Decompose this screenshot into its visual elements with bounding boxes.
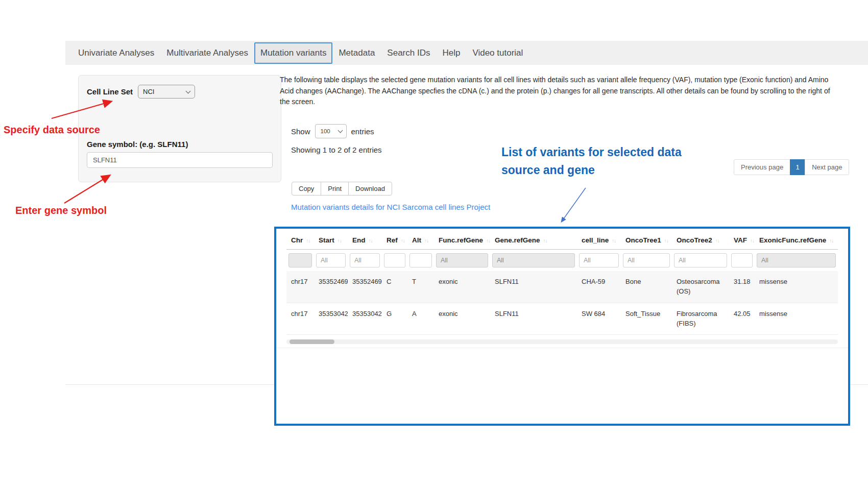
column-header-ref[interactable]: Ref↑↓ xyxy=(382,229,407,250)
sort-icon: ↑↓ xyxy=(543,238,547,243)
sort-icon: ↑↓ xyxy=(486,238,490,243)
gene-symbol-label: Gene symbol: (e.g. SLFN11) xyxy=(87,140,188,149)
filter-select-chr[interactable] xyxy=(288,253,312,267)
column-label: Gene.refGene xyxy=(495,236,540,244)
page-length-select[interactable]: 100 xyxy=(315,124,347,138)
annotation-list-of-variants: List of variants for selected data sourc… xyxy=(501,143,706,179)
filter-input-cell-line[interactable] xyxy=(579,253,619,267)
table-cell: exonic xyxy=(434,271,490,303)
export-button-group: Copy Print Download xyxy=(292,182,392,196)
tab-metadata[interactable]: Metadata xyxy=(332,42,381,64)
previous-page-button[interactable]: Previous page xyxy=(734,159,790,175)
filter-input-ref[interactable] xyxy=(384,253,405,267)
column-header-exonicfunc-refgene[interactable]: ExonicFunc.refGene↑↓ xyxy=(755,229,838,250)
showing-entries-info: Showing 1 to 2 of 2 entries xyxy=(291,145,382,154)
current-page-button[interactable]: 1 xyxy=(790,159,805,175)
table-cell: 35352469 xyxy=(314,271,348,303)
variants-table-panel: Chr↑↓ Start↑↓ End↑↓ Ref↑↓ Alt↑↓ Func.ref… xyxy=(274,227,850,426)
column-label: OncoTree1 xyxy=(625,236,661,244)
red-arrow-to-gene-input xyxy=(60,172,115,207)
column-header-func-refgene[interactable]: Func.refGene↑↓ xyxy=(434,229,490,250)
filter-input-oncotree1[interactable] xyxy=(623,253,670,267)
filter-input-start[interactable] xyxy=(316,253,346,267)
print-button[interactable]: Print xyxy=(321,182,349,196)
page: Univariate Analyses Multivariate Analyse… xyxy=(0,0,868,488)
table-cell: 35352469 xyxy=(348,271,382,303)
show-entries-control: Show 100 entries xyxy=(291,124,374,138)
header-row: Chr↑↓ Start↑↓ End↑↓ Ref↑↓ Alt↑↓ Func.ref… xyxy=(286,229,838,250)
cell-line-set-select[interactable]: NCI xyxy=(138,85,195,99)
column-header-cell-line[interactable]: cell_line↑↓ xyxy=(577,229,621,250)
column-header-vaf[interactable]: VAF↑↓ xyxy=(729,229,755,250)
next-page-button[interactable]: Next page xyxy=(805,159,849,175)
column-header-gene-refgene[interactable]: Gene.refGene↑↓ xyxy=(490,229,577,250)
tab-search-ids[interactable]: Search IDs xyxy=(381,42,436,64)
page-length-value: 100 xyxy=(321,128,330,134)
sort-icon: ↑↓ xyxy=(664,238,668,243)
filter-row: All All All xyxy=(286,250,838,272)
tab-mutation-variants[interactable]: Mutation variants xyxy=(254,42,332,64)
gene-symbol-input[interactable] xyxy=(87,152,273,168)
show-label: Show xyxy=(291,127,310,136)
tab-univariate-analyses[interactable]: Univariate Analyses xyxy=(72,42,160,64)
filter-select-func-refgene[interactable]: All xyxy=(436,253,488,267)
sort-icon: ↑↓ xyxy=(829,238,833,243)
tab-help[interactable]: Help xyxy=(436,42,466,64)
table-cell: 31.18 xyxy=(729,271,755,303)
table-row[interactable]: chr17 35352469 35352469 C T exonic SLFN1… xyxy=(286,271,838,303)
table-description: The following table displays the selecte… xyxy=(280,75,840,108)
sort-icon: ↑↓ xyxy=(369,238,373,243)
table-caption-link[interactable]: Mutation variants details for NCI Sarcom… xyxy=(291,203,490,211)
table-cell: SLFN11 xyxy=(490,271,577,303)
filter-input-vaf[interactable] xyxy=(731,253,753,267)
table-row[interactable]: chr17 35353042 35353042 G A exonic SLFN1… xyxy=(286,303,838,335)
column-label: End xyxy=(352,236,366,244)
filter-input-end[interactable] xyxy=(350,253,380,267)
sort-icon: ↑↓ xyxy=(337,238,342,243)
tab-video-tutorial[interactable]: Video tutorial xyxy=(466,42,529,64)
table-cell: chr17 xyxy=(286,303,314,335)
horizontal-scrollbar[interactable] xyxy=(286,339,838,344)
table-cell: 42.05 xyxy=(729,303,755,335)
scrollbar-thumb[interactable] xyxy=(290,339,334,344)
filter-select-exonicfunc-refgene[interactable]: All xyxy=(757,253,836,267)
table-cell: CHA-59 xyxy=(577,271,621,303)
filter-input-oncotree2[interactable] xyxy=(674,253,727,267)
table-bottom-divider xyxy=(276,348,848,348)
table-cell: SLFN11 xyxy=(490,303,577,335)
column-header-start[interactable]: Start↑↓ xyxy=(314,229,348,250)
copy-button[interactable]: Copy xyxy=(292,182,321,196)
column-header-end[interactable]: End↑↓ xyxy=(348,229,382,250)
column-header-chr[interactable]: Chr↑↓ xyxy=(286,229,314,250)
column-label: ExonicFunc.refGene xyxy=(759,236,826,244)
column-label: Ref xyxy=(387,236,398,244)
column-label: Alt xyxy=(412,236,421,244)
sidebar-panel: Cell Line Set NCI Gene symbol: (e.g. SLF… xyxy=(78,75,281,182)
sort-icon: ↑↓ xyxy=(750,238,754,243)
sort-icon: ↑↓ xyxy=(424,238,428,243)
table-cell: exonic xyxy=(434,303,490,335)
nav-bar: Univariate Analyses Multivariate Analyse… xyxy=(65,41,868,65)
entries-label: entries xyxy=(351,127,374,136)
sort-icon: ↑↓ xyxy=(715,238,719,243)
filter-input-alt[interactable] xyxy=(409,253,432,267)
column-header-oncotree1[interactable]: OncoTree1↑↓ xyxy=(621,229,672,250)
column-label: OncoTree2 xyxy=(677,236,712,244)
table-cell: Soft_Tissue xyxy=(621,303,672,335)
column-label: Chr xyxy=(291,236,303,244)
column-label: Start xyxy=(319,236,334,244)
tab-multivariate-analyses[interactable]: Multivariate Analyses xyxy=(160,42,254,64)
cell-line-set-label: Cell Line Set xyxy=(87,87,133,96)
table-cell: Osteosarcoma (OS) xyxy=(672,271,729,303)
download-button[interactable]: Download xyxy=(348,182,392,196)
table-cell: chr17 xyxy=(286,271,314,303)
table-cell: C xyxy=(382,271,407,303)
chevron-down-icon xyxy=(337,128,343,133)
filter-select-gene-refgene[interactable]: All xyxy=(492,253,575,267)
sort-icon: ↑↓ xyxy=(306,238,310,243)
table-cell: 35353042 xyxy=(314,303,348,335)
column-header-alt[interactable]: Alt↑↓ xyxy=(407,229,434,250)
column-header-oncotree2[interactable]: OncoTree2↑↓ xyxy=(672,229,729,250)
column-label: VAF xyxy=(734,236,747,244)
sort-icon: ↑↓ xyxy=(612,238,616,243)
